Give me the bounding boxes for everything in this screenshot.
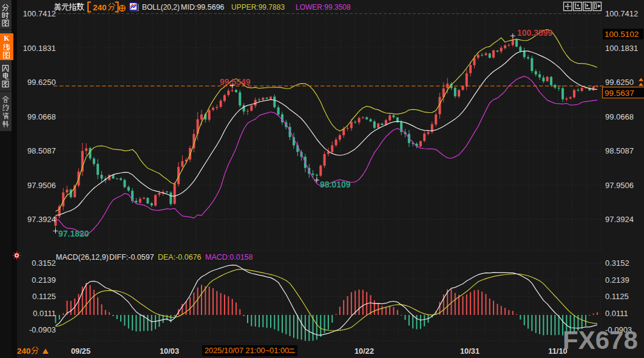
- svg-text:98.5087: 98.5087: [27, 146, 56, 155]
- svg-text:100.3599: 100.3599: [517, 28, 553, 38]
- svg-text:09/25: 09/25: [71, 346, 90, 356]
- svg-text:10/31: 10/31: [460, 346, 480, 356]
- svg-text:0.2139: 0.2139: [605, 275, 629, 285]
- svg-text:MACD:0.0158: MACD:0.0158: [205, 253, 253, 262]
- svg-text:99.5637: 99.5637: [605, 89, 634, 98]
- svg-text:99.0668: 99.0668: [605, 112, 634, 121]
- svg-text:MACD(26,12,9): MACD(26,12,9): [56, 253, 109, 262]
- svg-text:0.1125: 0.1125: [605, 292, 629, 301]
- svg-text:99.6250: 99.6250: [605, 78, 634, 87]
- svg-text:97.3924: 97.3924: [27, 215, 56, 224]
- svg-text:98.0109: 98.0109: [320, 180, 351, 189]
- svg-text:240: 240: [17, 346, 31, 356]
- svg-text:97.1820: 97.1820: [58, 229, 89, 238]
- svg-text:10/03: 10/03: [160, 346, 179, 356]
- svg-text:DIFF:-0.0597: DIFF:-0.0597: [109, 253, 154, 262]
- svg-text:FX678: FX678: [563, 326, 638, 354]
- svg-text:10/22: 10/22: [354, 346, 374, 356]
- svg-text:K: K: [4, 34, 10, 42]
- svg-text:0.3152: 0.3152: [32, 258, 56, 268]
- svg-text:100.1831: 100.1831: [605, 44, 638, 53]
- svg-text:97.9506: 97.9506: [605, 181, 634, 190]
- svg-text:MID:99.5696: MID:99.5696: [181, 3, 225, 12]
- svg-text:2025/10/07 21:00~01:00: 2025/10/07 21:00~01:00: [205, 346, 289, 355]
- svg-text:0.1125: 0.1125: [32, 292, 56, 301]
- svg-text:LOWER:99.3508: LOWER:99.3508: [296, 3, 351, 12]
- svg-text:99.0668: 99.0668: [27, 112, 56, 121]
- svg-text:99.6250: 99.6250: [27, 78, 56, 87]
- svg-text:DEA:-0.0676: DEA:-0.0676: [158, 253, 202, 262]
- svg-text:100.5102: 100.5102: [605, 30, 639, 39]
- svg-text:-0.0903: -0.0903: [29, 325, 56, 334]
- svg-text:100.7412: 100.7412: [605, 9, 638, 18]
- svg-text:UPPER:99.7883: UPPER:99.7883: [231, 3, 285, 12]
- svg-text:0.0111: 0.0111: [33, 309, 56, 318]
- svg-text:100.1831: 100.1831: [23, 44, 56, 53]
- svg-text:BOLL(20,2): BOLL(20,2): [142, 3, 180, 12]
- svg-text:100.7412: 100.7412: [23, 9, 56, 18]
- svg-text:98.5087: 98.5087: [605, 146, 634, 155]
- svg-text:97.9506: 97.9506: [27, 181, 56, 190]
- svg-text:0.0111: 0.0111: [605, 309, 628, 318]
- svg-text:0.2139: 0.2139: [32, 275, 56, 285]
- svg-text:240: 240: [93, 3, 107, 12]
- svg-text:99.5549: 99.5549: [220, 77, 251, 87]
- svg-text:0.3152: 0.3152: [605, 258, 629, 268]
- svg-text:97.3924: 97.3924: [605, 215, 634, 224]
